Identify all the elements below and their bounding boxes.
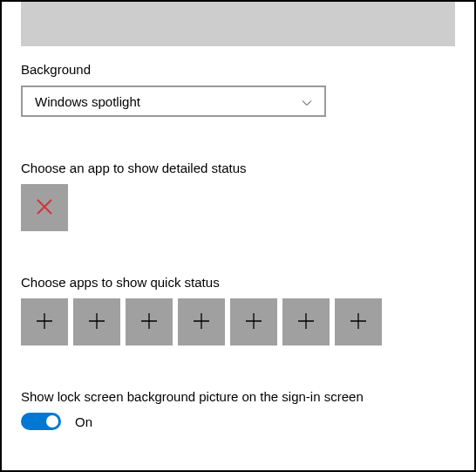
plus-icon bbox=[244, 311, 263, 333]
lock-screen-preview bbox=[21, 2, 455, 46]
signin-toggle-state: On bbox=[75, 414, 92, 429]
toggle-knob bbox=[46, 415, 58, 428]
quick-status-slot[interactable] bbox=[21, 298, 68, 345]
chevron-down-icon bbox=[302, 94, 312, 109]
quick-status-label: Choose apps to show quick status bbox=[21, 275, 455, 290]
plus-icon bbox=[139, 311, 159, 333]
quick-status-slot[interactable] bbox=[282, 298, 330, 345]
background-dropdown[interactable]: Windows spotlight bbox=[21, 86, 326, 117]
quick-status-slot[interactable] bbox=[178, 298, 225, 345]
quick-status-slot[interactable] bbox=[230, 298, 277, 345]
background-label: Background bbox=[21, 62, 455, 77]
plus-icon bbox=[35, 311, 54, 333]
detailed-status-label: Choose an app to show detailed status bbox=[21, 161, 455, 175]
signin-picture-toggle[interactable] bbox=[21, 413, 61, 430]
x-icon bbox=[35, 197, 54, 219]
quick-status-slot[interactable] bbox=[73, 298, 120, 345]
plus-icon bbox=[87, 311, 106, 333]
quick-status-slot[interactable] bbox=[126, 298, 173, 345]
quick-status-slot[interactable] bbox=[335, 298, 382, 345]
detailed-status-app-slot[interactable] bbox=[21, 184, 68, 231]
plus-icon bbox=[192, 311, 211, 333]
quick-status-slots bbox=[21, 298, 455, 345]
plus-icon bbox=[296, 311, 316, 333]
background-selected-value: Windows spotlight bbox=[35, 94, 140, 109]
signin-picture-label: Show lock screen background picture on t… bbox=[21, 389, 455, 404]
plus-icon bbox=[349, 311, 368, 333]
